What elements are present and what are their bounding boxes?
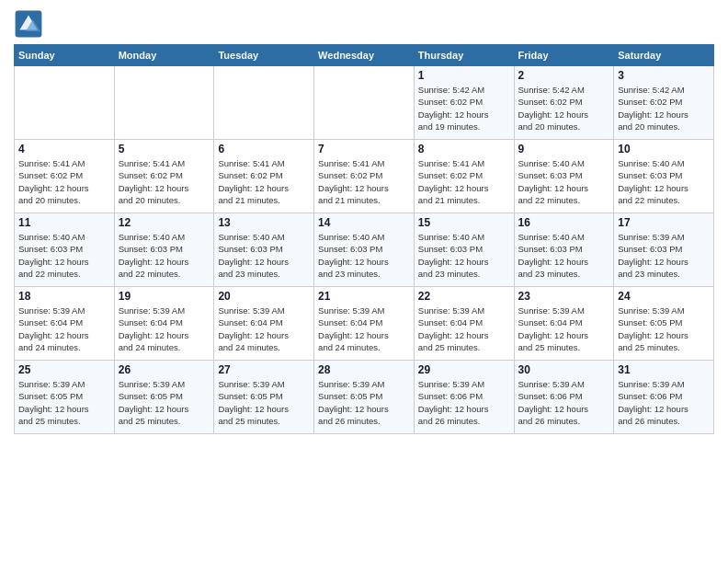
calendar-cell: 3Sunrise: 5:42 AM Sunset: 6:02 PM Daylig… xyxy=(614,66,714,140)
day-number: 26 xyxy=(119,363,210,376)
calendar-week-1: 1Sunrise: 5:42 AM Sunset: 6:02 PM Daylig… xyxy=(15,66,714,140)
day-number: 31 xyxy=(618,363,710,376)
calendar-week-5: 25Sunrise: 5:39 AM Sunset: 6:05 PM Dayli… xyxy=(15,361,714,434)
day-number: 8 xyxy=(418,143,510,155)
day-info: Sunrise: 5:40 AM Sunset: 6:03 PM Dayligh… xyxy=(418,231,510,280)
calendar-cell: 11Sunrise: 5:40 AM Sunset: 6:03 PM Dayli… xyxy=(15,213,115,287)
day-info: Sunrise: 5:39 AM Sunset: 6:05 PM Dayligh… xyxy=(318,378,410,427)
calendar-cell: 7Sunrise: 5:41 AM Sunset: 6:02 PM Daylig… xyxy=(314,140,415,213)
calendar-cell xyxy=(314,66,415,140)
day-number: 14 xyxy=(318,216,410,229)
weekday-header-friday: Friday xyxy=(514,45,614,66)
calendar-cell: 16Sunrise: 5:40 AM Sunset: 6:03 PM Dayli… xyxy=(514,213,614,287)
day-info: Sunrise: 5:41 AM Sunset: 6:02 PM Dayligh… xyxy=(18,157,110,206)
calendar-cell: 10Sunrise: 5:40 AM Sunset: 6:03 PM Dayli… xyxy=(614,140,714,213)
calendar-cell: 15Sunrise: 5:40 AM Sunset: 6:03 PM Dayli… xyxy=(414,213,514,287)
calendar-cell: 9Sunrise: 5:40 AM Sunset: 6:03 PM Daylig… xyxy=(514,140,614,213)
calendar-table: SundayMondayTuesdayWednesdayThursdayFrid… xyxy=(14,44,714,434)
calendar-cell: 25Sunrise: 5:39 AM Sunset: 6:05 PM Dayli… xyxy=(15,361,115,434)
calendar-cell: 28Sunrise: 5:39 AM Sunset: 6:05 PM Dayli… xyxy=(314,361,415,434)
calendar-cell: 26Sunrise: 5:39 AM Sunset: 6:05 PM Dayli… xyxy=(114,361,214,434)
weekday-header-tuesday: Tuesday xyxy=(214,45,314,66)
calendar-cell: 6Sunrise: 5:41 AM Sunset: 6:02 PM Daylig… xyxy=(214,140,314,213)
day-info: Sunrise: 5:39 AM Sunset: 6:04 PM Dayligh… xyxy=(518,304,610,353)
weekday-header-wednesday: Wednesday xyxy=(314,45,415,66)
day-number: 23 xyxy=(518,290,610,303)
calendar-cell: 13Sunrise: 5:40 AM Sunset: 6:03 PM Dayli… xyxy=(214,213,314,287)
calendar-cell: 14Sunrise: 5:40 AM Sunset: 6:03 PM Dayli… xyxy=(314,213,415,287)
calendar-cell: 20Sunrise: 5:39 AM Sunset: 6:04 PM Dayli… xyxy=(214,287,314,361)
day-number: 17 xyxy=(618,216,710,229)
calendar-cell: 5Sunrise: 5:41 AM Sunset: 6:02 PM Daylig… xyxy=(114,140,214,213)
calendar-cell: 18Sunrise: 5:39 AM Sunset: 6:04 PM Dayli… xyxy=(15,287,115,361)
day-number: 30 xyxy=(518,363,610,376)
day-number: 12 xyxy=(119,216,210,229)
day-info: Sunrise: 5:41 AM Sunset: 6:02 PM Dayligh… xyxy=(218,157,310,206)
calendar-week-3: 11Sunrise: 5:40 AM Sunset: 6:03 PM Dayli… xyxy=(15,213,714,287)
calendar-cell: 29Sunrise: 5:39 AM Sunset: 6:06 PM Dayli… xyxy=(414,361,514,434)
day-number: 6 xyxy=(218,143,310,155)
weekday-header-sunday: Sunday xyxy=(15,45,115,66)
weekday-header-monday: Monday xyxy=(114,45,214,66)
day-number: 20 xyxy=(218,290,310,303)
day-info: Sunrise: 5:42 AM Sunset: 6:02 PM Dayligh… xyxy=(618,84,710,132)
day-info: Sunrise: 5:40 AM Sunset: 6:03 PM Dayligh… xyxy=(218,231,310,280)
header xyxy=(14,9,714,39)
day-number: 28 xyxy=(318,363,410,376)
day-info: Sunrise: 5:40 AM Sunset: 6:03 PM Dayligh… xyxy=(18,231,110,280)
calendar-cell: 19Sunrise: 5:39 AM Sunset: 6:04 PM Dayli… xyxy=(114,287,214,361)
day-info: Sunrise: 5:39 AM Sunset: 6:04 PM Dayligh… xyxy=(318,304,410,353)
day-number: 11 xyxy=(18,216,110,229)
day-info: Sunrise: 5:40 AM Sunset: 6:03 PM Dayligh… xyxy=(318,231,410,280)
day-info: Sunrise: 5:39 AM Sunset: 6:05 PM Dayligh… xyxy=(618,304,710,353)
day-number: 2 xyxy=(518,69,610,82)
day-number: 15 xyxy=(418,216,510,229)
day-info: Sunrise: 5:39 AM Sunset: 6:04 PM Dayligh… xyxy=(218,304,310,353)
calendar-cell: 22Sunrise: 5:39 AM Sunset: 6:04 PM Dayli… xyxy=(414,287,514,361)
day-info: Sunrise: 5:39 AM Sunset: 6:03 PM Dayligh… xyxy=(618,231,710,280)
day-info: Sunrise: 5:39 AM Sunset: 6:04 PM Dayligh… xyxy=(18,304,110,353)
day-number: 9 xyxy=(518,143,610,155)
day-info: Sunrise: 5:40 AM Sunset: 6:03 PM Dayligh… xyxy=(119,231,210,280)
day-info: Sunrise: 5:39 AM Sunset: 6:05 PM Dayligh… xyxy=(218,378,310,427)
day-number: 16 xyxy=(518,216,610,229)
logo-icon xyxy=(14,9,43,39)
day-info: Sunrise: 5:40 AM Sunset: 6:03 PM Dayligh… xyxy=(518,157,610,206)
day-number: 5 xyxy=(119,143,210,155)
calendar-cell: 4Sunrise: 5:41 AM Sunset: 6:02 PM Daylig… xyxy=(15,140,115,213)
day-number: 4 xyxy=(18,143,110,155)
calendar-cell: 27Sunrise: 5:39 AM Sunset: 6:05 PM Dayli… xyxy=(214,361,314,434)
day-info: Sunrise: 5:41 AM Sunset: 6:02 PM Dayligh… xyxy=(418,157,510,206)
day-info: Sunrise: 5:39 AM Sunset: 6:05 PM Dayligh… xyxy=(18,378,110,427)
calendar-cell: 30Sunrise: 5:39 AM Sunset: 6:06 PM Dayli… xyxy=(514,361,614,434)
calendar-cell: 1Sunrise: 5:42 AM Sunset: 6:02 PM Daylig… xyxy=(414,66,514,140)
day-number: 1 xyxy=(418,69,510,82)
calendar-week-2: 4Sunrise: 5:41 AM Sunset: 6:02 PM Daylig… xyxy=(15,140,714,213)
calendar-cell xyxy=(214,66,314,140)
day-info: Sunrise: 5:39 AM Sunset: 6:04 PM Dayligh… xyxy=(418,304,510,353)
calendar-cell: 21Sunrise: 5:39 AM Sunset: 6:04 PM Dayli… xyxy=(314,287,415,361)
day-number: 24 xyxy=(618,290,710,303)
day-number: 13 xyxy=(218,216,310,229)
day-info: Sunrise: 5:39 AM Sunset: 6:04 PM Dayligh… xyxy=(119,304,210,353)
logo xyxy=(14,9,47,39)
calendar-cell xyxy=(15,66,115,140)
day-info: Sunrise: 5:42 AM Sunset: 6:02 PM Dayligh… xyxy=(518,84,610,132)
day-number: 7 xyxy=(318,143,410,155)
calendar-cell: 24Sunrise: 5:39 AM Sunset: 6:05 PM Dayli… xyxy=(614,287,714,361)
day-info: Sunrise: 5:39 AM Sunset: 6:06 PM Dayligh… xyxy=(418,378,510,427)
calendar-cell: 23Sunrise: 5:39 AM Sunset: 6:04 PM Dayli… xyxy=(514,287,614,361)
calendar-cell: 17Sunrise: 5:39 AM Sunset: 6:03 PM Dayli… xyxy=(614,213,714,287)
day-number: 19 xyxy=(119,290,210,303)
day-number: 29 xyxy=(418,363,510,376)
day-number: 25 xyxy=(18,363,110,376)
day-info: Sunrise: 5:41 AM Sunset: 6:02 PM Dayligh… xyxy=(119,157,210,206)
calendar-cell xyxy=(114,66,214,140)
calendar-cell: 2Sunrise: 5:42 AM Sunset: 6:02 PM Daylig… xyxy=(514,66,614,140)
day-number: 27 xyxy=(218,363,310,376)
calendar-cell: 31Sunrise: 5:39 AM Sunset: 6:06 PM Dayli… xyxy=(614,361,714,434)
calendar-cell: 8Sunrise: 5:41 AM Sunset: 6:02 PM Daylig… xyxy=(414,140,514,213)
day-info: Sunrise: 5:40 AM Sunset: 6:03 PM Dayligh… xyxy=(518,231,610,280)
day-number: 18 xyxy=(18,290,110,303)
day-info: Sunrise: 5:39 AM Sunset: 6:06 PM Dayligh… xyxy=(618,378,710,427)
